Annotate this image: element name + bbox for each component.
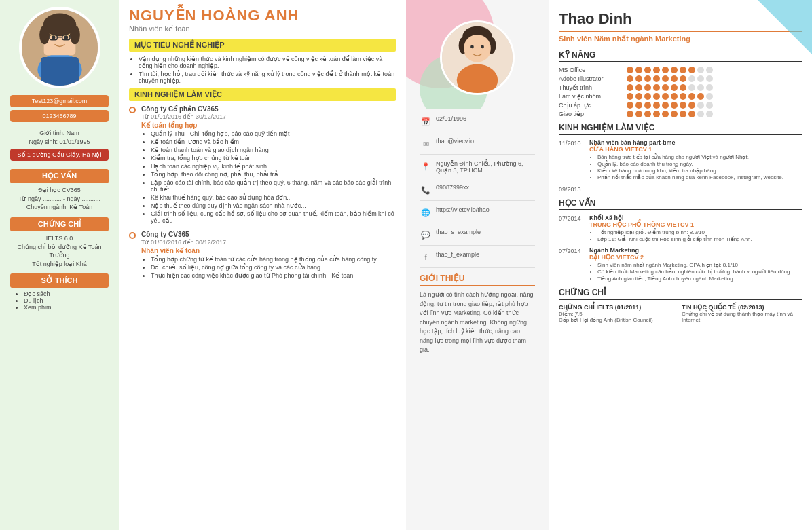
svg-point-8 [51, 35, 55, 39]
skill-dot [662, 67, 669, 73]
left-chungchi-title: CHỨNG CHỈ [10, 217, 109, 231]
right-job-1-bullets: Bán hàng trực tiếp tại cửa hàng cho ngườ… [589, 154, 783, 181]
svg-point-20 [464, 35, 491, 62]
right-job-1-date: 11/2010 [559, 139, 589, 181]
skill-name: Thuyết trình [559, 84, 627, 91]
right-edu-1-bullets: Tốt nghiệp loại giỏi. Điểm trung bình: 8… [589, 229, 752, 242]
left-job-2: Công ty CV365 Từ 01/01/2016 đến 30/12/20… [129, 231, 396, 282]
svg-point-22 [481, 45, 484, 49]
left-contact-email: Test123@gmail.com [10, 95, 109, 107]
skill-dot [635, 67, 642, 73]
left-cert2: Chứng chỉ bồi dưỡng Kế Toán Trưởng [10, 243, 109, 260]
right-edu-2-date: 07/2014 [559, 247, 589, 282]
skill-dot [671, 75, 678, 82]
right-edu-2: 07/2014 Ngành Marketing ĐẠI HỌC VIETCV 2… [559, 247, 802, 282]
left-dob: Ngày sinh: 01/01/1995 [10, 138, 109, 147]
right-edu-1-date: 07/2014 [559, 214, 589, 243]
cert-tinhoc-title: TIN HỌC QUỐC TẾ (02/2013) [682, 304, 802, 311]
skill-dot [644, 93, 651, 100]
skill-dot [688, 93, 695, 100]
skill-dot [706, 75, 713, 82]
skill-dot [680, 111, 686, 117]
cert-tinhoc-desc: Chứng chỉ về sử dụng thành thạo máy tính… [682, 311, 802, 323]
skill-dot [653, 102, 660, 109]
skill-dot [627, 75, 633, 82]
svg-point-9 [64, 35, 68, 39]
left-school: Đại học CV365 [10, 186, 109, 195]
left-job-1-content: Công ty Cổ phần CV365 Từ 01/01/2016 đến … [141, 105, 396, 227]
left-address: Số 1 đường Cầu Giấy, Hà Nội [10, 149, 109, 161]
skype-icon: 💬 [420, 229, 432, 241]
svg-point-7 [69, 25, 79, 44]
right-edu-1-level: Khối Xã hội [589, 214, 752, 221]
skill-dots [627, 93, 713, 100]
right-email: ✉ thao@viecv.io [420, 138, 535, 155]
web-icon: 🌐 [420, 206, 432, 219]
right-phone: 📞 09087999xx [420, 184, 535, 201]
right-dob: 📅 02/01/1996 [420, 115, 535, 132]
skill-dot [680, 67, 686, 73]
hobby-1: Đọc sách [24, 290, 109, 297]
email-icon: ✉ [420, 138, 432, 150]
skill-dot [635, 75, 642, 82]
skill-dot [671, 102, 678, 109]
muctieu-1: Vận dụng những kiến thức và kinh nghiệm … [139, 56, 396, 69]
skill-dot [688, 67, 695, 73]
right-job-1-content: Nhân viên bán hàng part-time CỬA HÀNG VI… [589, 139, 783, 181]
skill-dots [627, 75, 713, 82]
left-gender: Giới tính: Nam [10, 129, 109, 138]
right-website: 🌐 https://vietcv.io/thao [420, 206, 535, 223]
skill-dots [627, 84, 713, 91]
skill-row: Chịu áp lực [559, 102, 802, 109]
cert-ielts-score: Điểm: 7.5 [559, 311, 679, 317]
left-major: Chuyên ngành: Kế Toán [10, 203, 109, 212]
right-skype: 💬 thao_s_example [420, 229, 535, 246]
right-facebook: f thao_f_example [420, 251, 535, 268]
company-2-role: Nhân viên kế toán [141, 247, 377, 254]
skill-name: Adobe Illustrator [559, 75, 627, 82]
cert-ielts-title: CHỨNG CHỈ IELTS (01/2011) [559, 304, 679, 311]
location-icon: 📍 [420, 160, 432, 172]
right-intro: GIỚI THIỆU Là người có tính cách hướng n… [413, 273, 542, 355]
right-edu-2-content: Ngành Marketing ĐẠI HỌC VIETCV 2 Sinh vi… [589, 247, 794, 282]
skill-dot [697, 111, 704, 117]
phone-icon: 📞 [420, 184, 432, 196]
work-dot-2 [129, 232, 136, 239]
left-sothich-title: SỞ THÍCH [10, 273, 109, 288]
skill-dot [644, 84, 651, 91]
right-chungchi-title: CHỨNG CHỈ [559, 288, 802, 300]
skill-dot [706, 102, 713, 109]
skill-dot [688, 84, 695, 91]
skill-dot [635, 84, 642, 91]
left-muctieu-header: MỤC TIÊU NGHỀ NGHIỆP [129, 39, 396, 52]
left-sidebar: Test123@gmail.com 0123456789 Giới tính: … [0, 0, 119, 530]
skill-dot [706, 93, 713, 100]
company-1-name: Công ty Cổ phần CV365 [141, 105, 396, 113]
skill-dot [662, 111, 669, 117]
skill-dot [662, 84, 669, 91]
left-name: NGUYỄN HOÀNG ANH [129, 7, 396, 24]
skill-dot [688, 111, 695, 117]
company-1-date: Từ 01/01/2016 đến 30/12/2017 [141, 113, 396, 120]
skill-dot [662, 93, 669, 100]
left-duration: Từ ngày ........... - ngày ........... [10, 195, 109, 204]
skill-dots [627, 67, 713, 73]
right-top-decor [406, 0, 549, 109]
calendar-icon: 📅 [420, 115, 432, 128]
skill-dot [671, 111, 678, 117]
skill-dot [653, 111, 660, 117]
skill-dot [706, 84, 713, 91]
skill-dot [671, 84, 678, 91]
right-edu-2-level: Ngành Marketing [589, 247, 794, 254]
skill-dot [653, 84, 660, 91]
right-job-2-date: 09/2013 [559, 185, 589, 193]
skill-dot [688, 75, 695, 82]
right-job-1-company: CỬA HÀNG VIETCV 1 [589, 146, 783, 153]
left-cert3: Tốt nghiệp loại Khá [10, 260, 109, 269]
skill-dot [671, 67, 678, 73]
cert-ielts: CHỨNG CHỈ IELTS (01/2011) Điểm: 7.5 Cấp … [559, 304, 679, 323]
company-2-date: Từ 01/01/2016 đến 30/12/2017 [141, 239, 377, 246]
svg-point-21 [470, 45, 474, 49]
skill-dot [644, 102, 651, 109]
skill-dot [680, 102, 686, 109]
